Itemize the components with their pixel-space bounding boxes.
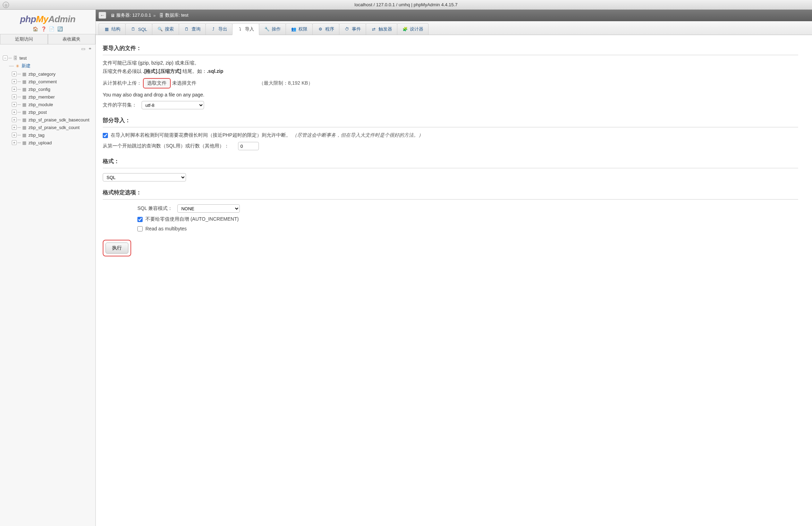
table-icon: ▦ (22, 86, 27, 92)
collapse-icon[interactable]: ▭ (81, 46, 85, 51)
tab-search[interactable]: 🔍搜索 (152, 23, 179, 35)
nav-tree: − 🗄 test ✳ 新建 +▦zbp_category+▦zbp_commen… (0, 53, 95, 146)
table-icon: ▦ (22, 94, 27, 100)
tree-table[interactable]: +▦zbp_tag (2, 131, 95, 139)
tree-table-label: zbp_module (28, 102, 53, 107)
breadcrumb-db[interactable]: 数据库: test (165, 12, 188, 18)
tab-label: 结构 (111, 26, 120, 32)
tab-query[interactable]: 🗒查询 (179, 23, 206, 35)
tree-db[interactable]: − 🗄 test (2, 54, 95, 62)
collapse-toggle-icon[interactable]: − (3, 56, 8, 60)
browser-icon: ◎ (3, 2, 9, 8)
skip-input[interactable] (238, 142, 259, 150)
operations-icon: 🔧 (264, 26, 270, 32)
server-icon: 🖥 (110, 13, 115, 18)
tab-label: 程序 (325, 26, 334, 32)
expand-toggle-icon[interactable]: + (12, 133, 17, 137)
allow-interrupt-checkbox[interactable] (103, 133, 108, 138)
window-titlebar: ◎ localhost / 127.0.0.1 / umhq | phpMyAd… (0, 0, 812, 10)
tree-table[interactable]: +▦zbp_module (2, 101, 95, 108)
export-icon: ⤴ (211, 26, 216, 32)
search-icon: 🔍 (157, 26, 163, 32)
sidebar: phpMyAdmin 🏠 ❓ 📄 🔄 近期访问 表收藏夹 ▭ ⚭ − 🗄 tes… (0, 10, 96, 526)
expand-toggle-icon[interactable]: + (12, 102, 17, 107)
tab-export[interactable]: ⤴导出 (205, 23, 232, 35)
tab-events[interactable]: ⏱事件 (339, 23, 366, 35)
upload-row: 从计算机中上传： 选取文件 未选择文件 （最大限制：8,192 KB） (103, 78, 798, 88)
expand-toggle-icon[interactable]: + (12, 125, 17, 130)
tree-table-label: zbp_upload (28, 140, 52, 145)
tab-label: 权限 (298, 26, 307, 32)
tree-table[interactable]: +▦zbp_upload (2, 139, 95, 146)
choose-file-button[interactable]: 选取文件 (143, 78, 171, 88)
tree-table[interactable]: +▦zbp_sf_praise_sdk_count (2, 124, 95, 131)
expand-toggle-icon[interactable]: + (12, 117, 17, 122)
home-icon[interactable]: 🏠 (33, 26, 38, 32)
sql-icon: 🗒 (130, 26, 136, 32)
nav-tabs: ▦结构🗒SQL🔍搜索🗒查询⤴导出⤵导入🔧操作👥权限⚙程序⏱事件⇄触发器🧩设计器 (96, 21, 812, 35)
section-partial: 部分导入： (103, 113, 798, 127)
expand-toggle-icon[interactable]: + (12, 79, 17, 84)
tree-table-label: zbp_tag (28, 133, 44, 138)
tree-table-label: zbp_post (28, 110, 47, 115)
tab-designer[interactable]: 🧩设计器 (397, 23, 429, 35)
table-icon: ▦ (22, 117, 27, 122)
allow-interrupt-label: 在导入时脚本若检测到可能需要花费很长时间（接近PHP超时的限定）则允许中断。 （… (111, 132, 423, 138)
format-select[interactable]: SQL (103, 173, 186, 181)
compat-label: SQL 兼容模式： (137, 205, 172, 212)
tab-routines[interactable]: ⚙程序 (312, 23, 339, 35)
tree-table[interactable]: +▦zbp_sf_praise_sdk_basecount (2, 116, 95, 124)
tab-sql[interactable]: 🗒SQL (125, 23, 152, 35)
no-file-text: 未选择文件 (172, 80, 196, 86)
tree-table-label: zbp_comment (28, 79, 57, 84)
dragdrop-hint: You may also drag and drop a file on any… (103, 92, 798, 97)
autoinc-checkbox[interactable] (137, 217, 143, 222)
query-icon: 🗒 (184, 26, 189, 32)
autoinc-label: 不要给零值使用自增 (AUTO_INCREMENT) (145, 216, 239, 222)
main-panel: ← 🖥 服务器: 127.0.0.1 » 🗄 数据库: test ▦结构🗒SQL… (96, 10, 812, 526)
tree-table[interactable]: +▦zbp_config (2, 85, 95, 93)
back-button[interactable]: ← (99, 12, 106, 19)
tree-table-label: zbp_category (28, 71, 56, 77)
new-table-icon: ✳ (15, 63, 20, 69)
section-format: 格式： (103, 154, 798, 168)
tree-new[interactable]: ✳ 新建 (2, 62, 95, 70)
expand-toggle-icon[interactable]: + (12, 140, 17, 145)
tab-label: 操作 (272, 26, 281, 32)
tab-triggers[interactable]: ⇄触发器 (366, 23, 397, 35)
logout-icon[interactable]: ❓ (41, 26, 46, 32)
reload-icon[interactable]: 🔄 (57, 26, 63, 32)
import-form: 要导入的文件： 文件可能已压缩 (gzip, bzip2, zip) 或未压缩。… (96, 35, 812, 267)
link-icon[interactable]: ⚭ (88, 46, 92, 51)
tab-import[interactable]: ⤵导入 (232, 23, 259, 35)
charset-select[interactable]: utf-8 (142, 101, 204, 109)
execute-button[interactable]: 执行 (105, 243, 128, 254)
breadcrumb-server[interactable]: 服务器: 127.0.0.1 (116, 12, 151, 18)
expand-toggle-icon[interactable]: + (12, 94, 17, 99)
expand-toggle-icon[interactable]: + (12, 87, 17, 92)
logo[interactable]: phpMyAdmin (0, 10, 95, 25)
tab-operations[interactable]: 🔧操作 (259, 23, 286, 35)
tab-privileges[interactable]: 👥权限 (286, 23, 313, 35)
section-format-options: 格式特定选项： (103, 185, 798, 200)
tab-favorites[interactable]: 表收藏夹 (48, 34, 96, 44)
expand-toggle-icon[interactable]: + (12, 110, 17, 114)
tree-table[interactable]: +▦zbp_comment (2, 78, 95, 85)
tree-table[interactable]: +▦zbp_post (2, 108, 95, 116)
table-icon: ▦ (22, 140, 27, 145)
upload-label: 从计算机中上传： (103, 80, 142, 86)
breadcrumb: ← 🖥 服务器: 127.0.0.1 » 🗄 数据库: test (96, 10, 812, 21)
compat-select[interactable]: NONE (177, 204, 240, 213)
tab-structure[interactable]: ▦结构 (99, 23, 126, 35)
multibytes-checkbox[interactable] (137, 226, 143, 231)
docs-icon[interactable]: 📄 (49, 26, 54, 32)
tab-label: 导入 (245, 26, 254, 32)
structure-icon: ▦ (104, 26, 109, 32)
charset-label: 文件的字符集： (103, 102, 137, 108)
expand-toggle-icon[interactable]: + (12, 71, 17, 76)
tab-label: SQL (138, 27, 147, 32)
privileges-icon: 👥 (291, 26, 296, 32)
tree-table[interactable]: +▦zbp_category (2, 70, 95, 78)
tab-recent[interactable]: 近期访问 (0, 34, 48, 44)
tree-table[interactable]: +▦zbp_member (2, 93, 95, 101)
